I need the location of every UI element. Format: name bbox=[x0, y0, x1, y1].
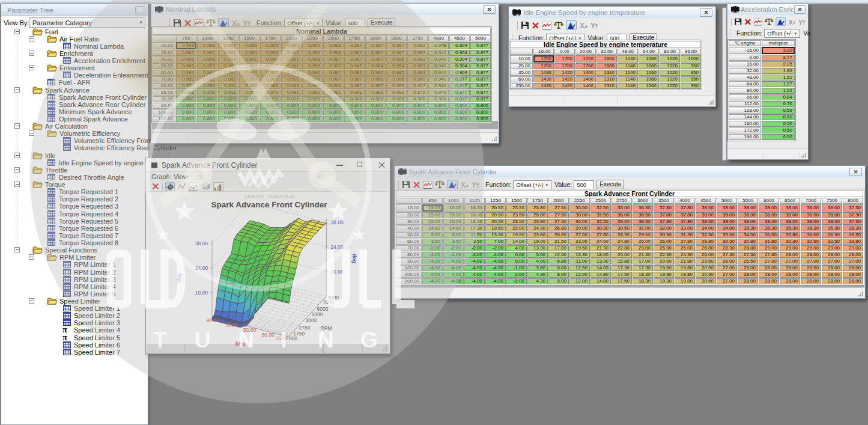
svg-text:2750: 2750 bbox=[299, 325, 311, 331]
svg-text:70.00: 70.00 bbox=[225, 322, 238, 328]
svg-text:X: X bbox=[232, 19, 237, 27]
svg-text:30.00: 30.00 bbox=[261, 332, 275, 338]
svg-text:50.00: 50.00 bbox=[243, 327, 256, 333]
svg-text:15.00: 15.00 bbox=[276, 335, 289, 341]
svg-text:6000: 6000 bbox=[317, 306, 329, 312]
svg-text:4000: 4000 bbox=[306, 317, 317, 323]
svg-text:X: X bbox=[580, 22, 584, 29]
svg-text:Y: Y bbox=[590, 22, 595, 29]
svg-text:X: X bbox=[789, 18, 794, 25]
svg-text:38.00: 38.00 bbox=[330, 219, 344, 225]
svg-text:RPM: RPM bbox=[321, 325, 332, 331]
svg-text:deg: deg bbox=[351, 254, 357, 263]
svg-text:5000: 5000 bbox=[312, 311, 323, 317]
svg-text:90.00: 90.00 bbox=[206, 317, 219, 323]
svg-text:10.00: 10.00 bbox=[330, 269, 344, 275]
svg-text:8000: 8000 bbox=[327, 295, 339, 301]
svg-text:TunerPro - Version 5.00: TunerPro - Version 5.00 bbox=[244, 194, 295, 199]
svg-text:38.00: 38.00 bbox=[195, 240, 208, 246]
svg-text:Y: Y bbox=[798, 18, 803, 25]
svg-text:kPa: kPa bbox=[235, 341, 246, 347]
svg-text:24.00: 24.00 bbox=[195, 265, 208, 271]
svg-text:Y: Y bbox=[243, 19, 247, 27]
svg-text:1750: 1750 bbox=[293, 331, 305, 337]
svg-text:X: X bbox=[461, 181, 466, 189]
svg-text:Y: Y bbox=[472, 181, 476, 189]
svg-text:24.00: 24.00 bbox=[330, 244, 344, 250]
svg-text:10.00: 10.00 bbox=[195, 290, 208, 296]
svg-text:deg: deg bbox=[176, 273, 182, 283]
